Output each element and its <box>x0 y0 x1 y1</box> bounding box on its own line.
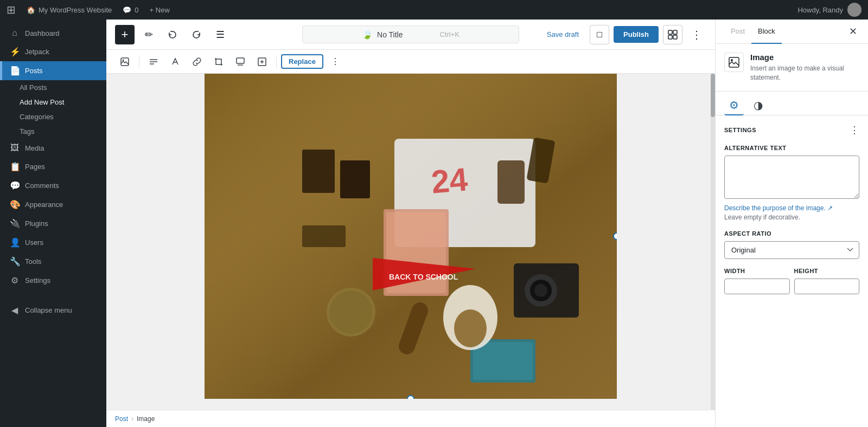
undo-icon <box>168 30 177 40</box>
settings-tab-button[interactable]: ⚙ <box>724 96 744 115</box>
add-new-label: Add New Post <box>20 98 64 106</box>
sidebar-label-media: Media <box>25 144 44 152</box>
sidebar-label-users: Users <box>25 238 43 247</box>
settings-panel-icon <box>668 30 678 40</box>
block-more-icon: ⋮ <box>331 56 340 67</box>
sidebar-item-settings[interactable]: ⚙ Settings <box>0 271 106 290</box>
resize-handle-bottom[interactable] <box>407 395 414 399</box>
sidebar-item-users[interactable]: 👤 Users <box>0 233 106 252</box>
add-block-button[interactable]: + <box>115 25 135 44</box>
tab-post[interactable]: Post <box>724 20 751 44</box>
sidebar-subitem-categories[interactable]: Categories <box>0 109 106 124</box>
avatar[interactable] <box>847 3 861 17</box>
describe-link[interactable]: Describe the purpose of the image. ↗ <box>724 204 859 212</box>
list-view-button[interactable]: ☰ <box>210 25 230 44</box>
breadcrumb-post[interactable]: Post <box>115 415 128 423</box>
image-type-button[interactable] <box>115 52 135 72</box>
sidebar-subitem-add-new[interactable]: Add New Post <box>0 95 106 109</box>
more-options-button[interactable]: ⋮ <box>687 25 706 44</box>
sidebar-item-plugins[interactable]: 🔌 Plugins <box>0 214 106 233</box>
title-bar[interactable]: 🍃 No Title Ctrl+K <box>302 25 519 43</box>
right-panel: Post Block ✕ Image Insert an image to ma… <box>715 20 868 427</box>
sidebar-item-media[interactable]: 🖼 Media <box>0 139 106 157</box>
tab-block[interactable]: Block <box>751 20 782 44</box>
replace-button[interactable]: Replace <box>281 54 323 69</box>
sidebar-item-dashboard[interactable]: ⌂ Dashboard <box>0 24 106 42</box>
sidebar-label-dashboard: Dashboard <box>25 29 60 37</box>
sidebar-label-settings: Settings <box>25 276 50 284</box>
status-bar: Post › Image <box>106 410 715 427</box>
sidebar-item-tools[interactable]: 🔧 Tools <box>0 252 106 271</box>
panel-tabs: Post Block ✕ <box>716 20 868 44</box>
width-field: WIDTH <box>724 268 790 294</box>
sidebar-label-plugins: Plugins <box>25 219 48 228</box>
block-more-button[interactable]: ⋮ <box>326 52 345 72</box>
vertical-scrollbar[interactable] <box>711 74 715 410</box>
pencil-icon: ✏ <box>145 29 153 41</box>
width-label: WIDTH <box>724 268 790 274</box>
styles-tab-button[interactable]: ◑ <box>748 96 768 115</box>
link-icon <box>192 57 202 67</box>
caption-icon <box>235 57 245 67</box>
breadcrumb-image: Image <box>137 415 155 423</box>
undo-button[interactable] <box>163 25 182 44</box>
block-toolbar: Replace ⋮ <box>106 50 715 74</box>
resize-handle-right[interactable] <box>613 232 617 240</box>
view-button[interactable]: □ <box>590 25 609 44</box>
publish-button[interactable]: Publish <box>614 26 659 43</box>
categories-label: Categories <box>20 113 54 121</box>
sidebar-item-posts[interactable]: 📄 Posts <box>0 61 106 80</box>
adminbar-right: Howdy, Randy <box>797 3 861 17</box>
caption-button[interactable] <box>231 52 250 72</box>
collapse-label: Collapse menu <box>25 306 72 314</box>
wp-logo-icon[interactable]: ⊞ <box>7 3 16 16</box>
aspect-ratio-select[interactable]: Original 16:9 4:3 3:2 1:1 9:16 <box>724 241 859 259</box>
scrollbar-thumb[interactable] <box>711 74 715 117</box>
height-label: HEIGHT <box>794 268 860 274</box>
link-button[interactable] <box>187 52 207 72</box>
image-block[interactable]: 24 BACK TO SCHOOL <box>205 74 617 399</box>
sidebar-item-collapse[interactable]: ◀ Collapse menu <box>0 301 106 320</box>
align-button[interactable] <box>144 52 163 72</box>
dimensions-section: WIDTH HEIGHT <box>724 268 859 294</box>
alt-text-section: ALTERNATIVE TEXT Describe the purpose of… <box>724 145 859 222</box>
sidebar-subitem-tags[interactable]: Tags <box>0 124 106 139</box>
breadcrumb-separator: › <box>131 415 133 423</box>
redo-button[interactable] <box>187 25 206 44</box>
settings-more-button[interactable]: ⋮ <box>850 124 859 136</box>
settings-icon: ⚙ <box>10 275 20 286</box>
media-icon: 🖼 <box>10 143 20 153</box>
sidebar-label-pages: Pages <box>25 163 45 171</box>
pages-icon: 📋 <box>10 161 20 172</box>
svg-text:24: 24 <box>430 161 469 200</box>
text-style-button[interactable] <box>165 52 185 72</box>
sidebar-item-pages[interactable]: 📋 Pages <box>0 157 106 176</box>
tools-button[interactable]: ✏ <box>139 25 158 44</box>
expand-button[interactable] <box>252 52 272 72</box>
alt-text-label: ALTERNATIVE TEXT <box>724 145 859 151</box>
sidebar-item-appearance[interactable]: 🎨 Appearance <box>0 195 106 214</box>
text-style-icon <box>170 57 180 67</box>
sidebar-item-comments[interactable]: 💬 Comments <box>0 176 106 195</box>
adminbar-site[interactable]: 🏠 My WordPress Website <box>27 6 112 14</box>
svg-rect-20 <box>340 160 370 198</box>
settings-panel-button[interactable] <box>663 25 682 44</box>
crop-button[interactable] <box>209 52 228 72</box>
dashboard-icon: ⌂ <box>10 28 20 38</box>
save-draft-button[interactable]: Save draft <box>540 27 585 42</box>
crop-icon <box>214 57 224 67</box>
adminbar-new[interactable]: + New <box>150 6 170 14</box>
toolbar-divider-1 <box>139 55 139 68</box>
sidebar-subitem-all-posts[interactable]: All Posts <box>0 80 106 95</box>
close-panel-button[interactable]: ✕ <box>847 23 859 40</box>
dimensions-row: WIDTH HEIGHT <box>724 268 859 294</box>
sidebar-label-posts: Posts <box>25 67 43 75</box>
image-content: 24 BACK TO SCHOOL <box>205 74 617 399</box>
adminbar-comments[interactable]: 💬 0 <box>123 6 138 14</box>
svg-rect-3 <box>673 35 677 39</box>
alt-text-input[interactable] <box>724 156 859 199</box>
height-input[interactable] <box>794 279 860 294</box>
sidebar-item-jetpack[interactable]: ⚡ Jetpack <box>0 42 106 61</box>
width-input[interactable] <box>724 279 790 294</box>
svg-text:BACK TO SCHOOL: BACK TO SCHOOL <box>389 273 458 281</box>
